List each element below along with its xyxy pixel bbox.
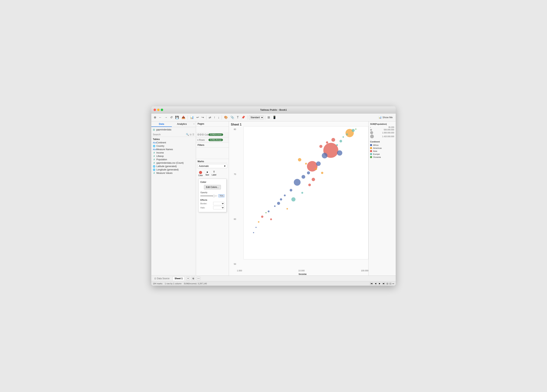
data-bubble[interactable] bbox=[340, 140, 342, 142]
filter-icon[interactable]: ⊟ bbox=[190, 133, 191, 136]
field-item[interactable]: AbcContinent bbox=[151, 141, 196, 144]
add-sheet-button[interactable]: + bbox=[186, 277, 190, 280]
forward-button[interactable]: → bbox=[164, 115, 168, 120]
data-bubble[interactable] bbox=[270, 218, 272, 220]
bottom-bar: ⊡ Data Source Sheet 1 + ⧉ ⋯ bbox=[151, 276, 396, 281]
undo-button[interactable]: ↩ bbox=[196, 115, 200, 120]
field-item[interactable]: #Income bbox=[151, 151, 196, 155]
search-input[interactable] bbox=[153, 133, 185, 136]
data-bubble[interactable] bbox=[290, 189, 292, 191]
halo-dropdown[interactable] bbox=[213, 206, 225, 209]
rows-pill[interactable]: SUM(Lifeexp) bbox=[208, 139, 223, 141]
data-bubble[interactable] bbox=[255, 227, 257, 228]
data-bubble[interactable] bbox=[355, 128, 356, 130]
field-item[interactable]: #Measure Values bbox=[151, 171, 196, 175]
field-item[interactable]: 🌐Latitude (generated) bbox=[151, 165, 196, 168]
data-bubble[interactable] bbox=[305, 163, 307, 165]
data-bubble[interactable] bbox=[301, 175, 305, 179]
text-button[interactable]: T bbox=[236, 115, 240, 120]
data-bubble[interactable] bbox=[352, 129, 355, 132]
list-view-button[interactable]: ▪▪ bbox=[392, 282, 394, 285]
swap-button[interactable]: ⇄ bbox=[208, 115, 212, 120]
data-bubble[interactable] bbox=[307, 171, 310, 174]
label-icon: T bbox=[213, 170, 215, 173]
field-item[interactable]: #gapminderdata.csv (Count) bbox=[151, 161, 196, 165]
data-bubble[interactable] bbox=[265, 212, 267, 213]
marks-type-dropdown[interactable]: Automatic ▼ bbox=[198, 164, 227, 168]
data-bubble[interactable] bbox=[346, 133, 348, 135]
data-bubble[interactable] bbox=[342, 136, 344, 138]
data-bubble[interactable] bbox=[280, 198, 282, 201]
maximize-button[interactable] bbox=[161, 109, 163, 111]
data-bubble[interactable] bbox=[268, 210, 270, 212]
prev-first-button[interactable]: |◀ bbox=[370, 282, 373, 285]
border-dropdown[interactable] bbox=[213, 202, 225, 205]
columns-pill[interactable]: SUM(Income) bbox=[208, 133, 223, 136]
panel-collapse-button[interactable]: ‹ bbox=[192, 122, 196, 127]
color-button[interactable]: 🎨 bbox=[223, 115, 229, 120]
data-bubble[interactable] bbox=[312, 178, 315, 181]
list-view-icon[interactable]: ☰ bbox=[192, 133, 194, 136]
data-bubble[interactable] bbox=[261, 216, 263, 218]
data-bubble[interactable] bbox=[284, 195, 286, 196]
popup-title: Color bbox=[200, 181, 225, 183]
data-bubble[interactable] bbox=[315, 168, 317, 170]
field-item[interactable]: #Population bbox=[151, 158, 196, 161]
data-bubble[interactable] bbox=[301, 192, 303, 194]
tableau-logo-button[interactable]: ⊕ bbox=[153, 115, 157, 120]
data-bubble[interactable] bbox=[253, 232, 254, 233]
tab-data[interactable]: Data bbox=[151, 122, 172, 127]
tile-view-button[interactable]: ⊟ bbox=[389, 282, 391, 285]
show-me-button[interactable]: 📊 Show Me bbox=[377, 115, 394, 119]
data-bubble[interactable] bbox=[321, 172, 323, 174]
reload-button[interactable]: ↺ bbox=[169, 115, 173, 120]
fit-button[interactable]: ⊞ bbox=[267, 115, 271, 120]
sort-asc-button[interactable]: ↑ bbox=[213, 115, 216, 120]
field-item[interactable]: #Lifeexp bbox=[151, 155, 196, 158]
data-bubble[interactable] bbox=[287, 208, 288, 210]
grid-view-button[interactable]: ⊞ bbox=[386, 282, 389, 285]
data-bubble[interactable] bbox=[298, 158, 301, 162]
duplicate-sheet-button[interactable]: ⧉ bbox=[191, 277, 195, 280]
next-button[interactable]: ▶ bbox=[378, 282, 381, 285]
size-card[interactable]: ● Size bbox=[205, 170, 210, 177]
field-item[interactable]: 🌐Longitude (generated) bbox=[151, 168, 196, 171]
viz-type-dropdown[interactable]: Standard bbox=[249, 115, 264, 120]
opacity-slider[interactable] bbox=[200, 196, 217, 196]
device-button[interactable]: 📱 bbox=[272, 115, 277, 120]
data-bubble[interactable] bbox=[308, 184, 311, 186]
edit-colors-button[interactable]: Edit Colors... bbox=[204, 185, 221, 189]
data-bubble[interactable] bbox=[258, 221, 260, 223]
data-bubble[interactable] bbox=[294, 179, 301, 186]
more-options-button[interactable]: ⋯ bbox=[197, 277, 200, 280]
sheet1-tab[interactable]: Sheet 1 bbox=[172, 277, 185, 280]
redo-button[interactable]: ↪ bbox=[201, 115, 205, 120]
data-bubble[interactable] bbox=[291, 197, 295, 202]
prev-button[interactable]: ◀ bbox=[374, 282, 377, 285]
data-bubble[interactable] bbox=[337, 150, 342, 155]
data-bubble[interactable] bbox=[322, 153, 328, 158]
data-bubble[interactable] bbox=[277, 202, 280, 205]
data-source-tab[interactable]: ⊡ Data Source bbox=[153, 277, 171, 280]
opacity-value[interactable]: 75% bbox=[219, 194, 225, 197]
field-item[interactable]: AbcMeasure Names bbox=[151, 148, 196, 151]
publish-button[interactable]: 📤 bbox=[181, 115, 186, 120]
minimize-button[interactable] bbox=[157, 109, 160, 111]
attach-button[interactable]: 📎 bbox=[230, 115, 235, 120]
close-button[interactable] bbox=[154, 109, 156, 111]
chart-plot[interactable] bbox=[243, 126, 369, 259]
color-card[interactable]: ⬤ Color bbox=[198, 170, 204, 177]
sort-desc-button[interactable]: ↓ bbox=[217, 115, 220, 120]
chart-type-button[interactable]: 📊 bbox=[189, 115, 195, 120]
label-card[interactable]: T Label bbox=[211, 170, 217, 177]
data-bubble[interactable] bbox=[316, 162, 321, 166]
back-button[interactable]: ← bbox=[158, 115, 163, 120]
tab-analytics[interactable]: Analytics bbox=[172, 122, 192, 127]
next-last-button[interactable]: ▶| bbox=[382, 282, 386, 285]
data-bubble[interactable] bbox=[274, 205, 276, 207]
data-bubble[interactable] bbox=[331, 138, 335, 142]
field-item[interactable]: 🌐Country bbox=[151, 144, 196, 148]
pin-button[interactable]: 📌 bbox=[240, 115, 246, 120]
data-bubble[interactable] bbox=[319, 145, 322, 148]
save-button[interactable]: 💾 bbox=[174, 115, 180, 120]
